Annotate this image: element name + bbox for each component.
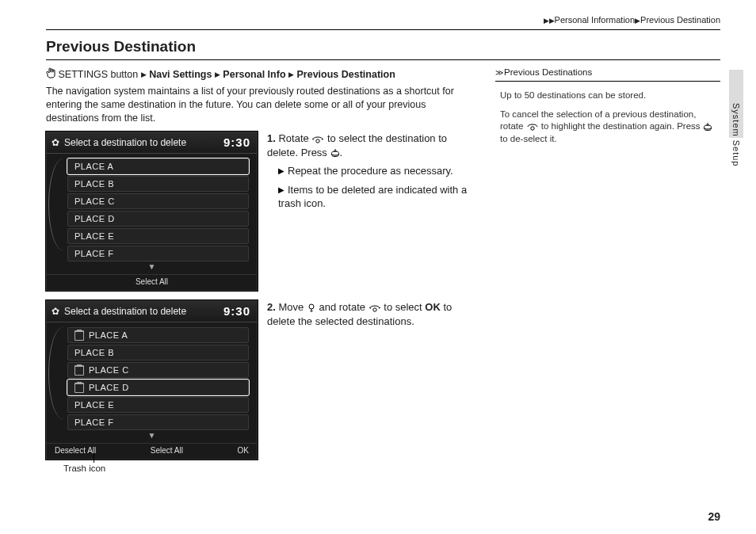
gear-icon: ✿	[52, 136, 59, 149]
sidebar-text-fragment: to highlight the destination again. Pres…	[539, 121, 703, 131]
svg-point-3	[309, 304, 314, 309]
press-button-icon	[330, 148, 340, 158]
nav-path: SETTINGS button ▶ Navi Settings ▶ Person…	[46, 67, 468, 82]
trash-icon	[74, 365, 84, 376]
list-item-label: PLACE F	[74, 248, 113, 260]
step-number: 2.	[267, 301, 276, 313]
step-text-fragment: to select	[381, 301, 426, 313]
step-text-bold: OK	[425, 301, 441, 313]
bullet-icon: ▶	[278, 185, 284, 194]
path-segment: Navi Settings	[149, 69, 212, 80]
chevron-right-icon: ▶▶	[544, 17, 555, 25]
list-item[interactable]: PLACE C	[67, 362, 249, 378]
step-text-fragment: Move	[278, 301, 306, 313]
list-item-label: PLACE B	[74, 178, 114, 190]
list-item-label: PLACE B	[74, 347, 114, 359]
screenshot-2: ✿Select a destination to delete 9:30 PLA…	[46, 300, 258, 460]
step-sub-text: Items to be deleted are indicated with a…	[278, 184, 467, 210]
rotate-dial-icon	[311, 135, 324, 144]
list-item[interactable]: PLACE A	[67, 327, 249, 343]
sidebar-paragraph: Up to 50 destinations can be stored.	[495, 90, 720, 102]
list-item[interactable]: PLACE A	[67, 158, 249, 174]
step-text-fragment: Rotate	[278, 132, 311, 144]
list-item[interactable]: PLACE B	[67, 345, 249, 360]
chevron-right-icon: ▶	[288, 71, 294, 78]
chevron-down-icon: ▼	[50, 261, 254, 273]
list-item[interactable]: PLACE C	[67, 193, 249, 209]
gear-icon: ✿	[52, 305, 59, 318]
list-item[interactable]: PLACE F	[67, 246, 249, 261]
list-item[interactable]: PLACE E	[67, 228, 249, 244]
chevron-down-icon: ▼	[50, 430, 254, 441]
screenshot-1: ✿Select a destination to delete 9:30 PLA…	[46, 132, 258, 291]
screen-clock: 9:30	[223, 303, 250, 319]
list-item-label: PLACE C	[74, 196, 115, 208]
path-segment: Personal Info	[223, 69, 285, 80]
list-item-label: PLACE F	[74, 417, 113, 429]
list-item-label: PLACE E	[74, 399, 114, 411]
divider	[46, 29, 720, 30]
select-all-button[interactable]: Select All	[136, 277, 168, 288]
list-item-label: PLACE A	[89, 330, 128, 341]
list-item-label: PLACE D	[74, 213, 115, 225]
sidebar-heading: ≫ Previous Destinations	[495, 67, 720, 82]
breadcrumb-item: Previous Destination	[640, 15, 720, 25]
chevron-right-icon: ≫	[495, 67, 502, 78]
path-text: SETTINGS button	[58, 69, 138, 80]
list-item-label: PLACE D	[89, 382, 129, 394]
screen-title: Select a destination to delete	[64, 136, 186, 149]
list-item-label: PLACE E	[74, 231, 114, 242]
svg-point-0	[316, 139, 319, 142]
list-item-label: PLACE A	[74, 161, 113, 173]
screen-clock: 9:30	[223, 135, 250, 151]
trash-icon	[74, 383, 84, 393]
screen-title: Select a destination to delete	[64, 305, 186, 318]
sidebar-text-fragment: to de-select it.	[500, 134, 557, 143]
bullet-icon: ▶	[278, 166, 284, 175]
trash-icon-callout: Trash icon	[63, 463, 258, 475]
step-sub-text: Repeat the procedure as necessary.	[288, 165, 453, 177]
chevron-right-icon: ▶	[215, 71, 220, 78]
trash-icon	[74, 330, 84, 341]
list-item[interactable]: PLACE D	[67, 211, 249, 227]
list-item[interactable]: PLACE B	[67, 176, 249, 192]
section-tab-label: System Setup	[730, 103, 742, 166]
svg-point-5	[530, 127, 533, 130]
step-2-text: 2. Move and rotate to select OK to delet…	[267, 300, 468, 328]
list-item[interactable]: PLACE F	[67, 414, 249, 430]
page-number: 29	[708, 509, 720, 524]
ok-button[interactable]: OK	[238, 445, 249, 456]
path-segment: Previous Destination	[297, 69, 395, 80]
select-all-button[interactable]: Select All	[151, 445, 183, 456]
callout-label: Trash icon	[63, 463, 105, 473]
list-item[interactable]: PLACE D	[67, 380, 249, 395]
step-1-text: 1. Rotate to select the destination to d…	[267, 132, 468, 211]
intro-text: The navigation system maintains a list o…	[46, 85, 468, 125]
step-number: 1.	[267, 132, 276, 144]
breadcrumb: ▶▶Personal Information▶Previous Destinat…	[46, 14, 720, 26]
sidebar-paragraph: To cancel the selection of a previous de…	[495, 109, 720, 146]
divider	[46, 59, 720, 60]
chevron-right-icon: ▶	[141, 71, 147, 78]
step-text-fragment: and rotate	[316, 301, 368, 313]
step-text-fragment: .	[340, 147, 343, 158]
rotate-dial-icon	[368, 303, 381, 313]
svg-point-4	[372, 308, 376, 311]
list-item-label: PLACE C	[89, 364, 129, 376]
rotate-dial-icon	[526, 122, 539, 132]
page-title: Previous Destination	[46, 36, 720, 57]
move-down-icon	[307, 303, 316, 313]
press-button-icon	[703, 122, 712, 132]
hand-icon	[46, 67, 55, 82]
list-item[interactable]: PLACE E	[67, 397, 249, 413]
sidebar-heading-text: Previous Destinations	[504, 67, 592, 79]
breadcrumb-item: Personal Information	[555, 15, 636, 25]
deselect-all-button[interactable]: Deselect All	[55, 445, 96, 456]
